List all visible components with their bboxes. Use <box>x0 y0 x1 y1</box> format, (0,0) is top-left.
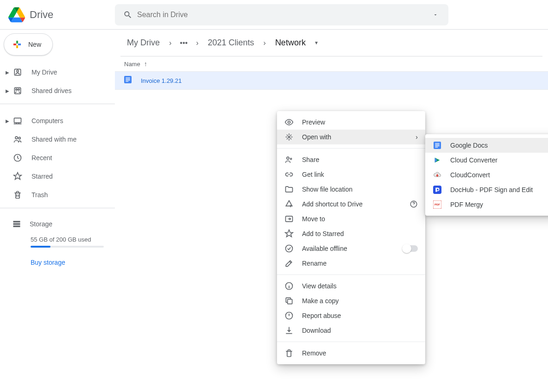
menu-item-view-details[interactable]: View details <box>277 279 425 293</box>
google-docs-icon <box>433 141 442 150</box>
dochub-icon <box>433 185 442 194</box>
menu-item-move-to[interactable]: Move to <box>277 212 425 226</box>
open-with-submenu: Google Docs Cloud Converter CloudConvert… <box>425 134 548 216</box>
menu-separator <box>277 148 425 149</box>
shared-drives-icon <box>12 85 23 96</box>
sidebar-item-computers[interactable]: ▶ Computers <box>0 112 115 130</box>
file-row[interactable]: Invoice 1.29.21 <box>115 71 548 90</box>
storage-section: Storage 55 GB of 200 GB used Buy storage <box>0 212 115 266</box>
menu-item-open-with[interactable]: Open with › <box>277 130 425 144</box>
menu-item-available-offline[interactable]: Available offline <box>277 241 425 256</box>
new-button[interactable]: New <box>4 33 53 56</box>
sidebar: New ▶ My Drive ▶ Shared drives ▶ Compute… <box>0 30 115 392</box>
breadcrumb-mid[interactable]: 2021 Clients <box>205 36 257 50</box>
menu-item-download[interactable]: Download <box>277 323 425 338</box>
sidebar-item-label: Trash <box>31 191 48 199</box>
submenu-item-google-docs[interactable]: Google Docs <box>425 138 548 153</box>
submenu-item-cloudconvert[interactable]: CloudConvert <box>425 168 548 182</box>
sidebar-item-shared-drives[interactable]: ▶ Shared drives <box>0 81 115 100</box>
sidebar-item-my-drive[interactable]: ▶ My Drive <box>0 63 115 81</box>
menu-item-label: Preview <box>302 118 325 126</box>
menu-item-rename[interactable]: Rename <box>277 256 425 271</box>
drive-logo-icon <box>7 6 26 24</box>
rename-icon <box>284 259 294 268</box>
svg-rect-17 <box>126 81 128 81</box>
search-area <box>115 4 448 25</box>
search-icon[interactable] <box>119 10 137 19</box>
main: My Drive › ••• › 2021 Clients › Network … <box>115 30 548 392</box>
divider <box>0 208 115 208</box>
breadcrumb-root[interactable]: My Drive <box>124 36 163 50</box>
svg-rect-25 <box>288 299 292 304</box>
preview-icon <box>284 118 294 127</box>
submenu-item-dochub[interactable]: DocHub - PDF Sign and Edit <box>425 182 548 197</box>
column-header-name[interactable]: Name ↑ <box>115 56 548 71</box>
svg-rect-13 <box>124 76 132 83</box>
storage-icon <box>12 219 21 229</box>
submenu-item-label: CloudConvert <box>450 171 490 179</box>
expand-icon[interactable]: ▶ <box>5 118 10 124</box>
svg-point-23 <box>286 245 293 252</box>
logo-area[interactable]: Drive <box>7 6 115 24</box>
starred-icon <box>12 171 23 182</box>
trash-icon <box>12 189 23 200</box>
folder-icon <box>284 185 294 194</box>
menu-item-label: Share <box>302 156 319 163</box>
search-input[interactable] <box>137 11 426 19</box>
expand-icon[interactable]: ▶ <box>5 88 10 93</box>
menu-item-share[interactable]: Share <box>277 152 425 167</box>
sidebar-item-starred[interactable]: Starred <box>0 167 115 186</box>
menu-item-preview[interactable]: Preview <box>277 115 425 130</box>
buy-storage-link[interactable]: Buy storage <box>31 259 104 266</box>
chevron-right-icon: › <box>416 133 418 141</box>
menu-item-report-abuse[interactable]: Report abuse <box>277 308 425 323</box>
storage-label: Storage <box>30 220 52 228</box>
expand-icon[interactable]: ▶ <box>5 70 10 75</box>
star-icon <box>284 229 294 238</box>
menu-item-get-link[interactable]: Get link <box>277 167 425 182</box>
sidebar-item-label: Computers <box>31 117 63 124</box>
offline-toggle[interactable] <box>403 245 418 252</box>
sidebar-item-shared-with-me[interactable]: Shared with me <box>0 130 115 149</box>
sidebar-item-trash[interactable]: Trash <box>0 186 115 204</box>
sidebar-item-label: Shared drives <box>31 87 71 94</box>
menu-item-show-location[interactable]: Show file location <box>277 182 425 197</box>
submenu-item-label: DocHub - PDF Sign and Edit <box>450 186 533 193</box>
svg-rect-30 <box>435 146 439 146</box>
menu-item-remove[interactable]: Remove <box>277 346 425 361</box>
cloudconvert-icon <box>433 170 442 180</box>
search-options-icon[interactable] <box>426 12 445 18</box>
shared-with-me-icon <box>12 134 23 145</box>
svg-point-5 <box>18 89 19 90</box>
menu-item-label: Rename <box>302 260 327 267</box>
svg-rect-11 <box>13 223 20 224</box>
svg-rect-16 <box>126 80 130 81</box>
sidebar-item-label: Shared with me <box>31 136 76 143</box>
submenu-item-pdf-mergy[interactable]: PDF PDF Mergy <box>425 197 548 212</box>
menu-item-add-shortcut[interactable]: Add shortcut to Drive <box>277 197 425 212</box>
sidebar-item-label: My Drive <box>31 68 57 76</box>
svg-rect-28 <box>435 143 439 143</box>
submenu-item-label: Google Docs <box>450 142 488 149</box>
download-icon <box>284 326 294 335</box>
column-header-label: Name <box>124 61 140 68</box>
svg-rect-10 <box>13 221 20 222</box>
dropdown-arrow-icon[interactable]: ▼ <box>314 40 319 45</box>
context-menu: Preview Open with › Share Get link Show … <box>277 111 425 364</box>
breadcrumb-current[interactable]: Network <box>272 36 309 50</box>
svg-rect-6 <box>14 118 21 123</box>
sidebar-item-recent[interactable]: Recent <box>0 149 115 167</box>
svg-rect-32 <box>433 186 441 194</box>
sidebar-item-storage[interactable]: Storage <box>12 216 104 232</box>
menu-item-make-copy[interactable]: Make a copy <box>277 293 425 308</box>
chevron-right-icon: › <box>194 39 200 47</box>
help-icon[interactable] <box>409 200 418 208</box>
breadcrumb-ellipsis[interactable]: ••• <box>178 39 189 47</box>
search-box[interactable] <box>115 4 448 25</box>
svg-point-2 <box>17 70 19 72</box>
breadcrumb: My Drive › ••• › 2021 Clients › Network … <box>115 30 548 56</box>
submenu-item-cloud-converter[interactable]: Cloud Converter <box>425 153 548 168</box>
docs-file-icon <box>124 76 133 85</box>
menu-item-add-starred[interactable]: Add to Starred <box>277 226 425 241</box>
storage-used-text: 55 GB of 200 GB used <box>31 236 104 243</box>
